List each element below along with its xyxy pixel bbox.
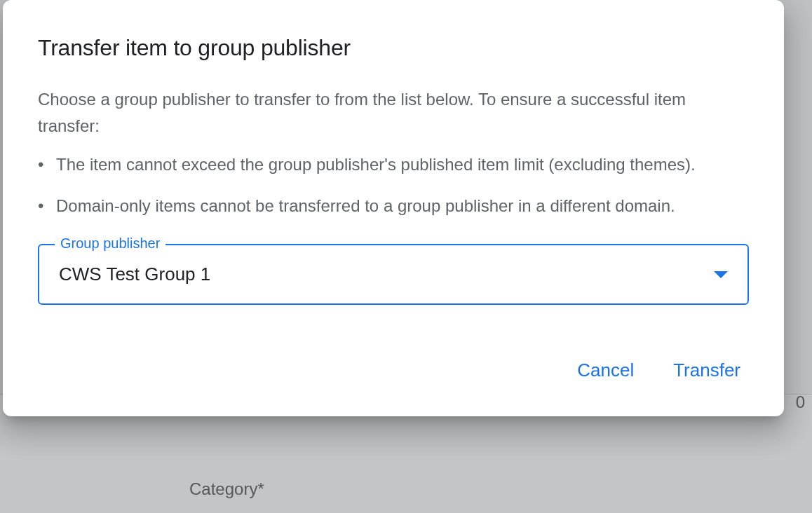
transfer-modal: Transfer item to group publisher Choose … — [3, 0, 784, 416]
select-label: Group publisher — [55, 235, 165, 252]
modal-description: Choose a group publisher to transfer to … — [38, 86, 749, 140]
group-publisher-select[interactable]: Group publisher CWS Test Group 1 — [38, 244, 749, 305]
transfer-button[interactable]: Transfer — [670, 354, 743, 387]
modal-actions: Cancel Transfer — [38, 354, 749, 387]
cancel-button[interactable]: Cancel — [574, 354, 637, 387]
select-value: CWS Test Group 1 — [59, 264, 210, 285]
requirements-list: The item cannot exceed the group publish… — [38, 151, 749, 219]
chevron-down-icon — [714, 271, 728, 278]
requirement-item: Domain-only items cannot be transferred … — [56, 193, 749, 219]
requirement-item: The item cannot exceed the group publish… — [56, 151, 749, 177]
modal-title: Transfer item to group publisher — [38, 35, 749, 61]
